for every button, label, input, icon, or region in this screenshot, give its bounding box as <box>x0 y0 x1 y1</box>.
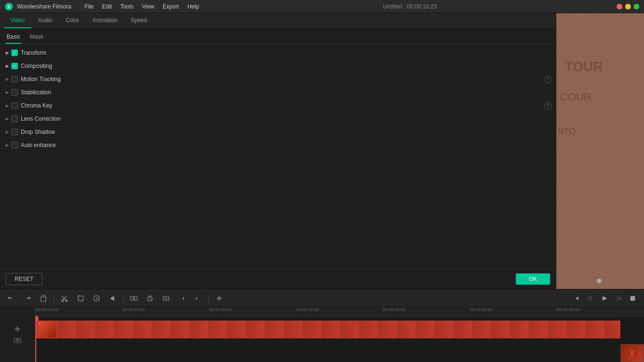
menu-tools[interactable]: Tools <box>116 2 137 11</box>
menu-file[interactable]: File <box>81 2 97 11</box>
subtab-basic[interactable]: Basic <box>6 32 21 44</box>
expand-lens-correction-icon[interactable]: ▶ <box>4 115 10 122</box>
mark-in-button[interactable] <box>175 292 189 305</box>
reset-button[interactable]: RESET <box>6 273 42 285</box>
prop-row-auto-enhance[interactable]: ▶ Auto enhance <box>0 139 556 152</box>
prop-row-chroma-key[interactable]: ▶ Chroma Key ? <box>0 99 556 112</box>
checkbox-compositing[interactable] <box>11 63 18 69</box>
ruler-container: 00:00:00:00 00:00:10:00 00:00:20:00 00:0… <box>35 307 644 316</box>
checkbox-drop-shadow[interactable] <box>11 129 18 135</box>
split-button[interactable] <box>127 292 140 305</box>
timeline-section: 00:00:00:00 00:00:10:00 00:00:20:00 00:0… <box>0 289 644 362</box>
track-thumb-inner <box>38 321 56 337</box>
next-frame-button[interactable] <box>612 292 625 305</box>
checkbox-lens-correction[interactable] <box>11 115 18 122</box>
prop-row-compositing[interactable]: ▶ Compositing <box>0 59 556 73</box>
checkbox-motion-tracking[interactable] <box>11 76 18 82</box>
delete-button[interactable] <box>37 292 50 305</box>
checkbox-transform[interactable] <box>11 49 18 56</box>
expand-compositing-icon[interactable]: ▶ <box>4 63 10 69</box>
duration-button[interactable] <box>143 292 157 305</box>
thumbnail-content <box>621 345 644 362</box>
preview-dot-icon[interactable] <box>597 279 602 283</box>
ruler-tick-2 <box>209 307 210 311</box>
ruler-mark-3: 00:00:30:00 <box>297 307 319 312</box>
crop-button[interactable] <box>74 292 87 305</box>
ok-button[interactable]: OK <box>516 273 550 285</box>
checkbox-stabilization[interactable] <box>11 89 18 96</box>
mark-out-button[interactable] <box>191 292 205 305</box>
tab-color[interactable]: Color <box>59 13 86 28</box>
top-section: Video Audio Color Animation Speed Basic … <box>0 13 644 289</box>
ruler-tick-4 <box>383 307 383 311</box>
timeline-ruler: 00:00:00:00 00:00:10:00 00:00:20:00 00:0… <box>35 307 644 317</box>
svg-rect-18 <box>17 326 18 332</box>
tab-speed[interactable]: Speed <box>124 13 154 28</box>
prop-row-lens-correction[interactable]: ▶ Lens Correction <box>0 112 556 125</box>
svg-rect-22 <box>628 350 630 352</box>
ruler-mark-2: 00:00:20:00 <box>209 307 232 312</box>
expand-transform-icon[interactable]: ▶ <box>4 49 10 56</box>
svg-rect-13 <box>134 296 137 300</box>
checkbox-auto-enhance[interactable] <box>11 142 18 148</box>
menu-export[interactable]: Export <box>159 2 183 11</box>
expand-drop-shadow-icon[interactable]: ▶ <box>4 129 10 135</box>
tab-animation[interactable]: Animation <box>86 13 124 28</box>
timeline-add-track-icon[interactable] <box>13 324 22 334</box>
cut-button[interactable] <box>58 292 71 305</box>
undo-button[interactable] <box>5 292 18 305</box>
main-layout: Video Audio Color Animation Speed Basic … <box>0 13 644 362</box>
timeline-camera-icon[interactable] <box>13 336 22 345</box>
prop-label-stabilization: Stabilization <box>21 89 552 96</box>
checkbox-chroma-key[interactable] <box>11 102 18 109</box>
track-frames <box>57 321 619 338</box>
prop-label-motion-tracking: Motion Tracking <box>21 76 545 82</box>
svg-point-20 <box>17 339 19 342</box>
menu-help[interactable]: Help <box>184 2 203 11</box>
prop-row-drop-shadow[interactable]: ▶ Drop Shadow <box>0 125 556 139</box>
snap-button[interactable] <box>213 292 226 305</box>
step-back-button[interactable] <box>570 292 583 305</box>
expand-motion-tracking-icon[interactable]: ▶ <box>4 76 10 82</box>
preview-timeline-controls <box>597 279 603 283</box>
expand-chroma-key-icon[interactable]: ▶ <box>4 102 10 109</box>
preview-panel: TOUR COUR NTO <box>556 13 644 289</box>
svg-rect-10 <box>78 296 83 301</box>
tab-video[interactable]: Video <box>4 13 31 28</box>
tab-audio[interactable]: Audio <box>31 13 59 28</box>
close-icon[interactable] <box>617 4 622 9</box>
help-chroma-key-icon[interactable]: ? <box>545 102 552 109</box>
expand-stabilization-icon[interactable]: ▶ <box>4 89 10 96</box>
speed-button[interactable] <box>90 292 103 305</box>
subtab-mask[interactable]: Mask <box>29 32 44 44</box>
play-button[interactable] <box>598 292 611 305</box>
timeline-main: 00:00:00:00 00:00:10:00 00:00:20:00 00:0… <box>35 307 644 362</box>
redo-button[interactable] <box>21 292 34 305</box>
prop-row-stabilization[interactable]: ▶ Stabilization <box>0 86 556 99</box>
help-motion-tracking-icon[interactable]: ? <box>545 75 552 83</box>
prev-frame-button[interactable] <box>584 292 597 305</box>
ruler-mark-5: 00:00:50:00 <box>470 307 493 312</box>
playback-controls <box>570 292 639 305</box>
toolbar-separator-1 <box>54 294 54 303</box>
app-name: Wondershare Filmora <box>17 3 71 10</box>
menu-bar: File Edit Tools View Export Help <box>81 2 203 11</box>
window-controls <box>617 4 639 9</box>
playhead[interactable] <box>35 317 36 362</box>
sub-tabs: Basic Mask <box>0 29 556 44</box>
zoom-button[interactable] <box>159 292 173 305</box>
menu-view[interactable]: View <box>138 2 158 11</box>
prop-row-motion-tracking[interactable]: ▶ Motion Tracking ? <box>0 73 556 86</box>
prop-row-transform[interactable]: ▶ Transform <box>0 46 556 59</box>
preview-canvas: TOUR COUR NTO <box>556 13 644 289</box>
video-track[interactable] <box>35 321 620 338</box>
svg-rect-24 <box>628 354 630 356</box>
prop-label-auto-enhance: Auto enhance <box>21 142 552 148</box>
expand-auto-enhance-icon[interactable]: ▶ <box>4 142 10 148</box>
audio-button[interactable] <box>106 292 119 305</box>
minimize-icon[interactable] <box>625 4 631 9</box>
stop-button[interactable] <box>626 292 639 305</box>
panel-bottom: RESET OK <box>0 269 556 289</box>
maximize-icon[interactable] <box>634 4 639 9</box>
menu-edit[interactable]: Edit <box>99 2 116 11</box>
